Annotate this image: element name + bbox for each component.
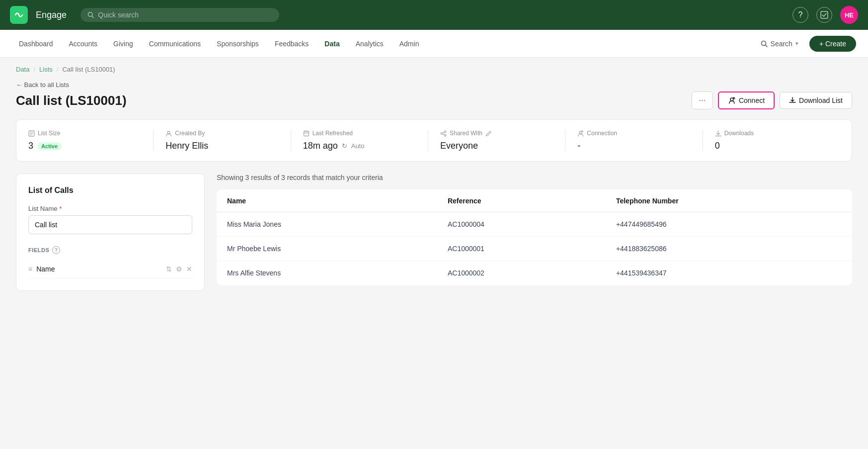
back-link[interactable]: ← Back to all Lists [16,81,852,89]
connect-label: Connect [739,96,765,104]
main-content: ← Back to all Lists Call list (LS10001) … [0,77,868,307]
download-list-button[interactable]: Download List [780,92,852,109]
breadcrumb-data[interactable]: Data [16,66,29,73]
nav-item-admin[interactable]: Admin [393,36,426,52]
row-2-name: Mr Phoebe Lewis [217,237,438,261]
col-name: Name [217,190,438,212]
active-badge: Active [37,142,62,150]
svg-rect-2 [821,11,828,18]
search-icon [87,11,94,18]
shared-with-value: Everyone [440,141,478,151]
field-sort-icon[interactable]: ⇅ [166,265,172,273]
results-count: Showing 3 results of 3 records that matc… [217,174,852,181]
fields-section: FIELDS ? ≡ Name ⇅ ⚙ ✕ [28,246,192,278]
stats-card: List Size 3 Active Created By Henry Elli… [16,119,852,162]
row-3-telephone: +441539436347 [606,261,852,285]
left-panel-title: List of Calls [28,186,192,195]
connect-icon [728,96,736,104]
drag-handle-icon[interactable]: ≡ [28,265,32,273]
breadcrumb-sep-2: / [57,66,59,73]
svg-point-16 [444,131,446,133]
results-table: Name Reference Telephone Number Miss Mar… [217,189,852,285]
edit-icon[interactable] [485,130,491,136]
lower-section: List of Calls List Name * FIELDS ? ≡ Nam… [16,174,852,291]
download-icon [789,97,796,104]
secondnav-right: Search ▾ + Create [756,36,856,52]
breadcrumb-lists[interactable]: Lists [39,66,53,73]
topbar: Engage ? HE [0,0,868,30]
back-link-text: ← Back to all Lists [16,81,69,89]
download-label: Download List [799,96,843,104]
col-reference: Reference [438,190,606,212]
user-avatar[interactable]: HE [840,6,858,24]
stat-last-refreshed: Last Refreshed 18m ago ↻ Auto [291,130,428,151]
required-star: * [59,205,62,212]
header-actions: ··· Connect Download List [692,91,852,109]
chevron-down-icon: ▾ [795,40,798,47]
nav-item-giving[interactable]: Giving [106,36,140,52]
nav-item-data[interactable]: Data [317,36,346,52]
refresh-label-icon [303,130,310,137]
field-row-name: ≡ Name ⇅ ⚙ ✕ [28,260,192,278]
more-options-button[interactable]: ··· [692,91,713,109]
nav-item-feedbacks[interactable]: Feedbacks [268,36,316,52]
svg-line-18 [443,132,445,133]
page-title: Call list (LS10001) [16,93,127,108]
secondary-nav: Dashboard Accounts Giving Communications… [0,30,868,58]
nav-item-communications[interactable]: Communications [142,36,208,52]
svg-point-10 [167,131,170,134]
svg-line-19 [443,134,445,135]
help-button[interactable]: ? [792,7,808,23]
row-3-name: Mrs Alfie Stevens [217,261,438,285]
nav-item-accounts[interactable]: Accounts [62,36,105,52]
row-2-reference: AC1000001 [438,237,606,261]
table-row: Mr Phoebe Lewis AC1000001 +441883625086 [217,237,852,261]
fields-label: FIELDS ? [28,246,192,254]
tasks-button[interactable] [816,7,832,23]
auto-label: Auto [351,142,365,150]
right-panel: Showing 3 results of 3 records that matc… [217,174,852,291]
nav-item-sponsorships[interactable]: Sponsorships [210,36,266,52]
list-name-input[interactable] [28,215,192,234]
table-row: Miss Maria Jones AC1000004 +447449685496 [217,212,852,237]
nav-item-dashboard[interactable]: Dashboard [12,36,60,52]
left-panel: List of Calls List Name * FIELDS ? ≡ Nam… [16,174,205,291]
downloads-value: 0 [715,141,720,151]
breadcrumb: Data / Lists / Call list (LS10001) [0,58,868,77]
svg-point-15 [441,132,443,134]
fields-info-icon[interactable]: ? [52,246,60,254]
row-1-name: Miss Maria Jones [217,212,438,237]
svg-point-5 [730,98,733,101]
app-logo [10,6,28,24]
row-2-telephone: +441883625086 [606,237,852,261]
field-settings-icon[interactable]: ⚙ [176,265,182,273]
svg-line-1 [92,16,93,17]
created-by-value: Henry Ellis [165,141,208,151]
search-icon-nav [761,40,768,47]
quick-search-input[interactable] [98,11,272,19]
list-size-icon [28,130,35,137]
table-row: Mrs Alfie Stevens AC1000002 +44153943634… [217,261,852,285]
page-header: Call list (LS10001) ··· Connect Download… [16,91,852,109]
last-refreshed-label: Last Refreshed [313,130,353,137]
connection-icon [577,130,584,137]
created-by-icon [165,130,172,137]
downloads-icon [715,130,721,137]
connect-button[interactable]: Connect [718,91,775,109]
table-header-row: Name Reference Telephone Number [217,190,852,212]
svg-line-4 [765,45,767,47]
breadcrumb-sep-1: / [33,66,35,73]
row-1-telephone: +447449685496 [606,212,852,237]
nav-item-analytics[interactable]: Analytics [349,36,391,52]
row-3-reference: AC1000002 [438,261,606,285]
connection-value: - [577,141,580,151]
quick-search-bar[interactable] [80,8,279,22]
stat-downloads: Downloads 0 [703,130,840,151]
field-name-label: Name [36,265,162,273]
secondnav-search[interactable]: Search ▾ [756,37,803,51]
create-button[interactable]: + Create [809,36,856,52]
auto-refresh-icon: ↻ [342,142,347,150]
field-remove-icon[interactable]: ✕ [186,265,192,273]
stat-created-by: Created By Henry Ellis [154,130,291,151]
last-refreshed-value: 18m ago [303,141,338,151]
